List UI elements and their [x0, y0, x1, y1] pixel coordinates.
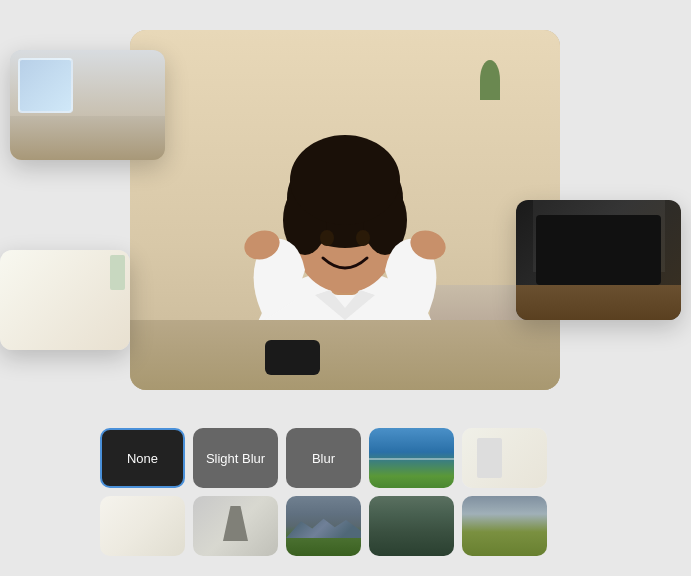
float-card-dark-studio[interactable] [516, 200, 681, 320]
thumb-white-interior [100, 496, 185, 556]
option-none[interactable]: None [100, 428, 185, 488]
options-row-1: None Slight Blur Blur [100, 428, 651, 488]
option-lamp[interactable] [193, 496, 278, 556]
svg-point-6 [290, 135, 400, 225]
options-row-2 [100, 496, 651, 556]
dark-room-floor [516, 285, 681, 320]
svg-point-8 [356, 230, 370, 246]
option-white-interior[interactable] [100, 496, 185, 556]
float-card-loft[interactable] [10, 50, 165, 160]
svg-point-7 [320, 230, 334, 246]
thumb-hillside [462, 496, 547, 556]
video-desk [130, 320, 560, 390]
video-phone [265, 340, 320, 375]
background-selector: None Slight Blur Blur [100, 428, 651, 556]
option-forest[interactable] [369, 496, 454, 556]
option-slight-blur[interactable]: Slight Blur [193, 428, 278, 488]
thumb-mountains [286, 496, 361, 556]
thumb-forest [369, 496, 454, 556]
room-dark-interior [516, 200, 681, 320]
dark-room-screen [536, 215, 661, 285]
room-white-interior [0, 250, 130, 350]
option-white-room[interactable] [462, 428, 547, 488]
option-hillside[interactable] [462, 496, 547, 556]
option-ocean[interactable] [369, 428, 454, 488]
thumb-lamp [193, 496, 278, 556]
main-video [130, 30, 560, 390]
option-blur[interactable]: Blur [286, 428, 361, 488]
option-mountains[interactable] [286, 496, 361, 556]
room-window [18, 58, 73, 113]
scene: None Slight Blur Blur [0, 0, 691, 576]
float-card-white-room[interactable] [0, 250, 130, 350]
thumb-white-room [462, 428, 547, 488]
thumb-ocean [369, 428, 454, 488]
